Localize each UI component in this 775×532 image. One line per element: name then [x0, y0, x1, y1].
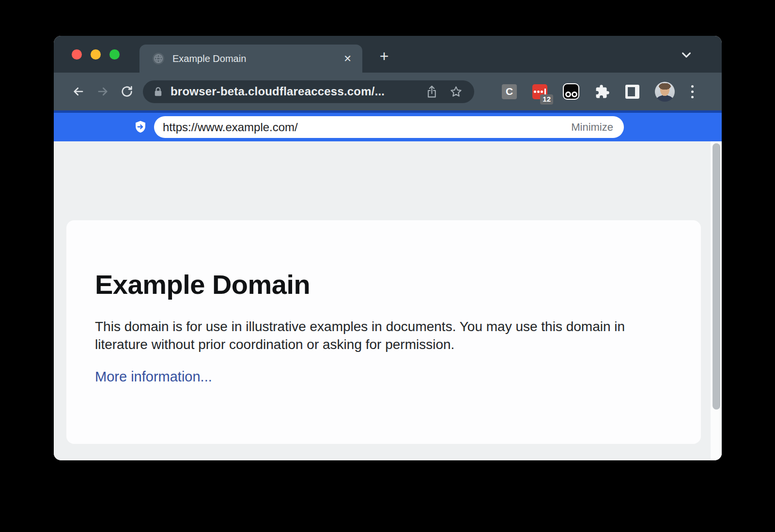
extension-c-icon[interactable]: C — [502, 84, 517, 99]
tab-example-domain[interactable]: Example Domain ✕ — [140, 45, 362, 73]
globe-favicon-icon — [152, 52, 165, 65]
remote-browser-banner: https://www.example.com/ Minimize — [54, 110, 722, 141]
share-icon[interactable] — [426, 85, 438, 99]
menu-kebab-icon[interactable] — [690, 84, 695, 99]
window-controls — [72, 49, 120, 60]
extension-badge: 12 — [540, 94, 553, 105]
back-button[interactable] — [66, 79, 91, 104]
remote-url-text: https://www.example.com/ — [163, 121, 571, 134]
address-url-text: browser-beta.cloudflareaccess.com/... — [170, 85, 414, 98]
side-panel-icon[interactable] — [625, 85, 639, 99]
tab-close-icon[interactable]: ✕ — [341, 52, 354, 65]
tab-search-chevron-icon[interactable] — [679, 47, 694, 62]
page-paragraph: This domain is for use in illustrative e… — [95, 318, 654, 353]
page-viewport: Example Domain This domain is for use in… — [54, 141, 722, 460]
shield-arrow-icon[interactable] — [134, 120, 147, 134]
extensions-puzzle-icon[interactable] — [595, 84, 610, 99]
profile-avatar[interactable] — [655, 82, 675, 102]
address-bar[interactable]: browser-beta.cloudflareaccess.com/... — [143, 80, 474, 103]
minimize-banner-button[interactable]: Minimize — [571, 121, 613, 134]
content-card: Example Domain This domain is for use in… — [66, 220, 701, 444]
page-title: Example Domain — [95, 269, 672, 300]
browser-window: Example Domain ✕ + browser-beta.cloudfla… — [54, 36, 722, 460]
more-information-link[interactable]: More information... — [95, 369, 212, 385]
close-window-button[interactable] — [72, 49, 82, 60]
extension-password-icon[interactable]: 12 — [532, 84, 547, 99]
lock-icon — [154, 86, 163, 97]
new-tab-button[interactable]: + — [374, 46, 394, 66]
forward-button[interactable] — [91, 79, 115, 104]
tab-strip: Example Domain ✕ + — [54, 36, 722, 73]
extensions-row: C 12 — [502, 82, 695, 102]
fullscreen-window-button[interactable] — [109, 49, 120, 60]
bookmark-star-icon[interactable] — [450, 85, 463, 98]
minimize-window-button[interactable] — [91, 49, 101, 60]
reload-button[interactable] — [115, 79, 139, 104]
remote-url-field[interactable]: https://www.example.com/ Minimize — [154, 116, 624, 138]
extension-binoculars-icon[interactable] — [563, 83, 579, 100]
scrollbar-thumb[interactable] — [713, 143, 720, 410]
scrollbar-track[interactable] — [711, 141, 722, 460]
browser-toolbar: browser-beta.cloudflareaccess.com/... C … — [54, 73, 722, 110]
tab-title: Example Domain — [172, 53, 341, 64]
